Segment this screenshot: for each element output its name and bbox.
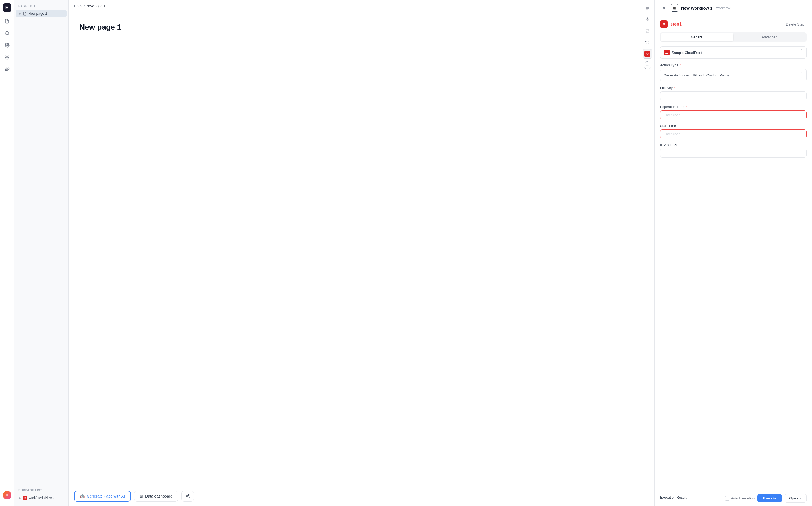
workflow-toolbar-btn[interactable]: ⚙ (642, 49, 652, 59)
svg-marker-10 (646, 18, 649, 21)
pages-icon[interactable] (2, 16, 12, 26)
expiration-time-input[interactable] (660, 110, 807, 119)
more-options-button[interactable] (181, 491, 194, 502)
breadcrumb-separator: / (84, 4, 85, 8)
page-item-label: New page 1 (28, 11, 47, 15)
page-file-icon (23, 12, 27, 15)
start-time-input[interactable] (660, 130, 807, 139)
open-button[interactable]: Open ∧ (785, 494, 807, 503)
workflow-id: workflow1 (716, 6, 732, 10)
ip-address-field: IP Address (660, 143, 807, 158)
settings-icon[interactable] (2, 40, 12, 50)
breadcrumb: Hops / New page 1 (69, 0, 654, 12)
svg-line-1 (8, 34, 9, 35)
workflow-header-right: ··· (798, 4, 807, 12)
cloudfront-icon: ☁ (664, 50, 670, 56)
cloudfront-name: Sample CloudFront (672, 51, 800, 55)
svg-line-9 (648, 7, 648, 10)
action-type-value: Generate Signed URL with Custom Policy (664, 73, 800, 77)
expand-icon: ∧ (800, 497, 802, 500)
workflow-more-btn[interactable]: ··· (798, 4, 807, 12)
expand-panel-btn[interactable]: » (660, 4, 668, 12)
action-type-field: Action Type * Generate Signed URL with C… (660, 63, 807, 81)
subpage-section: Subpage list ▶ ⚙ workflow1 (New ... (14, 484, 68, 502)
data-icon[interactable] (2, 52, 12, 62)
subpage-chevron-icon: ▶ (19, 497, 21, 499)
workflow-panel-header: » ⊞ New Workflow 1 workflow1 ··· (654, 0, 812, 16)
delete-step-button[interactable]: Delete Step (784, 21, 807, 27)
step-title-group: ⚙ step1 (660, 20, 682, 28)
action-type-label: Action Type * (660, 63, 807, 67)
dashboard-btn-label: Data dashboard (145, 494, 173, 498)
expiration-time-label: Expiration Time * (660, 105, 807, 109)
subpage-item-label: workflow1 (New ... (29, 496, 56, 500)
step-tabs: General Advanced (660, 32, 807, 42)
step-icon: ⚙ (660, 20, 668, 28)
expiration-time-field: Expiration Time * (660, 105, 807, 119)
auto-exec-checkbox[interactable] (725, 496, 729, 501)
breadcrumb-current: New page 1 (87, 4, 105, 8)
generate-ai-button[interactable]: 🤖 Generate Page with AI (74, 491, 131, 502)
plugins-icon[interactable] (2, 64, 12, 74)
breadcrumb-parent[interactable]: Hops (74, 4, 82, 8)
execution-result-label: Execution Result (660, 495, 687, 501)
share-toolbar-btn[interactable] (642, 26, 652, 36)
share2-icon (186, 494, 190, 498)
step-header: ⚙ step1 Delete Step (660, 20, 807, 28)
tab-general[interactable]: General (661, 33, 733, 41)
lightning-toolbar-btn[interactable] (642, 15, 652, 24)
plus-icon: + (646, 63, 648, 68)
history-toolbar-btn[interactable] (642, 37, 652, 47)
select-arrows-icon: ⌃⌄ (800, 49, 803, 56)
page-list-panel: Page list ▶ New page 1 Subpage list ▶ ⚙ … (14, 0, 69, 506)
file-key-field: File Key * (660, 86, 807, 100)
step-panel: ⚙ step1 Delete Step General Advanced ☁ S… (654, 16, 812, 490)
execution-bar: Execution Result Auto Execution Execute … (654, 490, 812, 506)
exec-controls: Auto Execution Execute Open ∧ (725, 494, 807, 503)
canvas-content: New page 1 (69, 12, 654, 506)
chevron-icon: ▶ (19, 12, 21, 15)
ip-address-input[interactable] (660, 149, 807, 158)
step-name-label: step1 (670, 22, 682, 27)
file-key-required: * (674, 86, 675, 90)
auto-execution-toggle[interactable]: Auto Execution (725, 496, 754, 501)
dashboard-icon: ⊞ (140, 494, 143, 498)
file-key-input[interactable] (660, 91, 807, 100)
svg-line-14 (187, 497, 188, 497)
svg-point-12 (186, 496, 187, 497)
avatar[interactable]: H (3, 491, 11, 499)
tab-advanced[interactable]: Advanced (733, 33, 806, 41)
action-type-arrows-icon: ⌃⌄ (800, 71, 803, 79)
svg-point-13 (188, 497, 189, 498)
main-canvas: Hops / New page 1 New page 1 ⚙ + 🤖 Gener (69, 0, 654, 506)
app-logo: H (3, 3, 11, 12)
expiration-time-required: * (686, 105, 687, 109)
svg-point-3 (5, 55, 9, 57)
data-dashboard-button[interactable]: ⊞ Data dashboard (134, 491, 178, 502)
hash-toolbar-btn[interactable] (642, 3, 652, 13)
subpage-item-workflow1[interactable]: ▶ ⚙ workflow1 (New ... (16, 494, 67, 502)
ai-icon: 🤖 (80, 494, 85, 498)
search-icon[interactable] (2, 28, 12, 38)
page-title: New page 1 (79, 23, 643, 31)
subpage-workflow-icon: ⚙ (23, 496, 27, 500)
page-list-item-new-page-1[interactable]: ▶ New page 1 (16, 10, 67, 17)
ai-btn-label: Generate Page with AI (87, 494, 125, 498)
start-time-field: Start Time (660, 124, 807, 139)
cloudfront-selector[interactable]: ☁ Sample CloudFront ⌃⌄ (660, 46, 807, 59)
action-type-selector[interactable]: Generate Signed URL with Custom Policy ⌃… (660, 69, 807, 81)
svg-point-0 (5, 31, 8, 34)
page-list-title: Page list (14, 4, 68, 10)
ip-address-label: IP Address (660, 143, 807, 147)
add-component-btn[interactable]: + (644, 62, 651, 69)
execute-button[interactable]: Execute (757, 494, 782, 502)
workflow-header-icon: ⊞ (671, 4, 679, 12)
workflow-panel: » ⊞ New Workflow 1 workflow1 ··· ⚙ step1… (654, 0, 812, 506)
file-key-label: File Key * (660, 86, 807, 90)
svg-line-15 (187, 495, 188, 496)
svg-point-2 (6, 45, 8, 46)
workflow-btn-icon: ⚙ (644, 51, 650, 57)
right-toolbar: ⚙ + (640, 0, 654, 506)
auto-exec-text: Auto Execution (731, 496, 754, 500)
subpage-list-title: Subpage list (14, 489, 68, 494)
